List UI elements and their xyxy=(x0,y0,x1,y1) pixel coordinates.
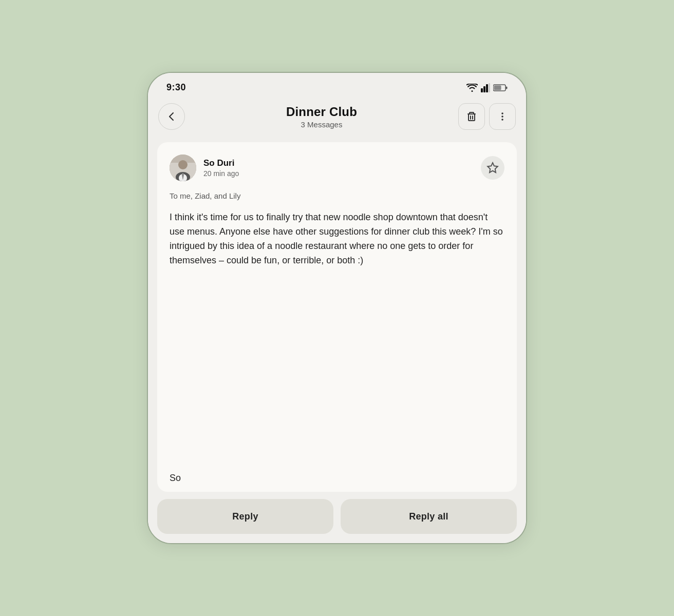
reply-button[interactable]: Reply xyxy=(157,499,333,534)
svg-point-11 xyxy=(501,116,503,118)
svg-rect-3 xyxy=(489,83,490,92)
email-body-text: I think it's time for us to finally try … xyxy=(170,212,503,265)
status-icons xyxy=(466,83,508,92)
email-thread-title: Dinner Club xyxy=(190,105,453,119)
svg-rect-0 xyxy=(481,88,483,92)
phone-frame: 9:30 xyxy=(147,72,527,544)
avatar xyxy=(170,155,196,181)
email-body: I think it's time for us to finally try … xyxy=(170,210,504,458)
back-button[interactable] xyxy=(158,103,185,130)
svg-rect-6 xyxy=(506,86,508,89)
battery-icon xyxy=(493,84,508,92)
signal-icon xyxy=(481,83,490,92)
svg-rect-5 xyxy=(494,85,501,90)
sender-name: So Duri xyxy=(203,158,239,168)
email-card: So Duri 20 min ago To me, Ziad, and Lily… xyxy=(157,142,517,492)
action-buttons: Reply Reply all xyxy=(148,492,526,543)
sender-left: So Duri 20 min ago xyxy=(170,155,239,181)
svg-rect-1 xyxy=(483,86,485,92)
wifi-icon xyxy=(466,84,478,92)
svg-rect-7 xyxy=(469,114,475,121)
delete-icon xyxy=(466,111,477,122)
status-bar: 9:30 xyxy=(148,73,526,98)
star-button[interactable] xyxy=(481,156,504,180)
svg-point-15 xyxy=(178,160,188,169)
sender-row: So Duri 20 min ago xyxy=(170,155,504,181)
header-title-area: Dinner Club 3 Messages xyxy=(190,105,453,129)
sender-info: So Duri 20 min ago xyxy=(203,158,239,178)
email-recipients: To me, Ziad, and Lily xyxy=(170,191,504,200)
sender-time: 20 min ago xyxy=(203,169,239,178)
svg-point-10 xyxy=(501,112,503,114)
delete-button[interactable] xyxy=(458,103,485,130)
more-options-button[interactable] xyxy=(489,103,516,130)
svg-point-12 xyxy=(501,119,503,121)
header-actions xyxy=(458,103,516,130)
back-arrow-icon xyxy=(166,111,177,122)
app-bar: Dinner Club 3 Messages xyxy=(148,98,526,138)
reply-all-button[interactable]: Reply all xyxy=(341,499,517,534)
email-thread-count: 3 Messages xyxy=(190,120,453,129)
avatar-image xyxy=(170,155,196,181)
more-icon xyxy=(497,111,508,122)
svg-rect-2 xyxy=(486,84,488,92)
status-time: 9:30 xyxy=(166,82,186,93)
star-icon xyxy=(486,162,499,174)
email-signature: So xyxy=(170,473,504,484)
